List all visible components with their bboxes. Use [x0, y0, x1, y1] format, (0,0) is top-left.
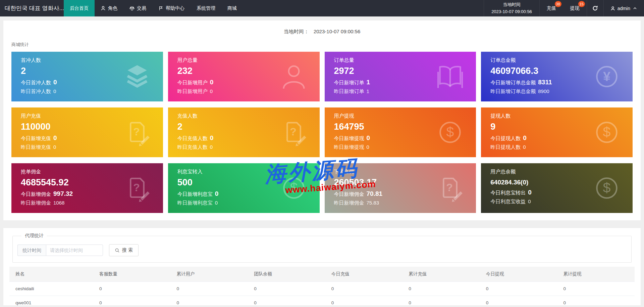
stat-line-value: 997.32	[53, 190, 73, 197]
stat-line-value: 0	[523, 134, 527, 141]
section-title: 商城统计	[11, 42, 633, 48]
withdraw-button[interactable]: 提现 15	[563, 0, 587, 16]
agent-panel: 代理统计 统计时间 搜 索 姓名客服数量累计用户团队余额今日充值累计充值今日提现…	[3, 228, 641, 305]
agent-table-wrap: 姓名客服数量累计用户团队余额今日充值累计充值今日提现累计提现 ceshidail…	[9, 267, 635, 307]
table-cell: ceshidaili	[9, 282, 93, 296]
search-button[interactable]: 搜 索	[109, 244, 139, 256]
search-button-label: 搜 索	[122, 247, 133, 253]
column-header: 姓名	[9, 267, 93, 282]
refresh-button[interactable]	[587, 0, 603, 16]
stat-line-value: 0	[528, 189, 532, 196]
time-filter-label: 统计时间	[17, 245, 46, 256]
stat-line-label: 昨日首冲人数	[21, 88, 51, 94]
user-icon	[279, 62, 308, 91]
stat-line-value: 0	[210, 88, 213, 94]
stat-line-label: 昨日新增提现	[334, 144, 364, 150]
local-time-block: 当地时间 2023-10-07 09:00:56	[484, 0, 540, 16]
doc-question-icon	[123, 174, 152, 203]
stat-line-value: 8900	[538, 88, 549, 94]
stat-line-value: 1068	[53, 200, 64, 206]
stat-card: 提现人数 9 今日提现人数0 昨日提现人数0	[481, 107, 633, 157]
stats-panel: 当地时间： 2023-10-07 09:00:56 商城统计 首冲人数 2 今日…	[3, 20, 641, 220]
stat-card: 首冲人数 2 今日首冲人数0 昨日首冲人数0	[11, 52, 163, 101]
agent-legend: 代理统计	[21, 233, 47, 239]
local-time-value: 2023-10-07 09:00:56	[491, 8, 532, 15]
doc-question-icon	[279, 118, 308, 147]
stat-line-value: 0	[210, 79, 214, 86]
recharge-button[interactable]: 充值 38	[540, 0, 563, 16]
table-cell: 0	[171, 282, 248, 296]
table-cell: 0	[557, 296, 635, 307]
agent-table-header-row: 姓名客服数量累计用户团队余额今日充值累计充值今日提现累计提现	[9, 267, 635, 282]
stat-line-label: 昨日新增佣金	[334, 200, 364, 206]
menu-item-label: 后台首页	[70, 5, 89, 11]
table-cell: 0	[93, 282, 171, 296]
user-icon	[101, 6, 106, 11]
table-cell: 0	[402, 282, 480, 296]
stat-card: 订单总量 2972 今日新增订单1 昨日新增订单1	[325, 52, 476, 101]
stat-line-label: 今日提现人数	[490, 135, 521, 141]
agent-table-body: ceshidaili0000000qwe0010000000	[9, 282, 635, 307]
stat-line-value: 0	[215, 190, 219, 197]
stat-line-label: 昨日充值人数	[177, 144, 208, 150]
doc-question-icon	[436, 174, 465, 203]
stat-card: 用户充值 110000 今日新增充值0 昨日新增充值0	[11, 107, 163, 157]
stat-card: 利息宝转入 500 今日新增利息宝0 昨日新增利息宝0	[168, 163, 320, 213]
doc-question-icon	[123, 118, 152, 147]
stat-line-label: 昨日提现人数	[490, 144, 521, 150]
stat-line-label: 今日新增利息宝	[177, 191, 213, 197]
stat-line-label: 昨日新增利息宝	[177, 200, 213, 206]
stat-line-value: 0	[210, 134, 214, 141]
stat-line-value: 0	[215, 200, 218, 206]
flag-icon	[158, 6, 163, 11]
table-row: qwe0010000000	[9, 296, 635, 307]
table-cell: 0	[171, 296, 248, 307]
stat-line-label: 今日新增订单总金额	[490, 80, 536, 85]
table-cell: 0	[325, 282, 403, 296]
stat-line-label: 今日新增用户	[177, 80, 208, 85]
scales-icon	[129, 6, 135, 11]
agent-filter-row: 统计时间 搜 索	[17, 244, 631, 256]
time-filter-input[interactable]	[46, 245, 103, 256]
user-menu[interactable]: admin	[603, 0, 644, 16]
menu-item-help-center[interactable]: 帮助中心	[152, 0, 191, 16]
stat-line-value: 0	[53, 134, 57, 141]
menu-item-mall[interactable]: 商城	[221, 0, 243, 16]
stat-line-label: 今日首冲人数	[21, 80, 51, 85]
menu-item-label: 商城	[227, 5, 237, 11]
yen-circle-icon	[592, 62, 621, 91]
stat-card: 下级返佣 260503.17 今日新增佣金70.81 昨日新增佣金75.83	[325, 163, 476, 213]
column-header: 累计用户	[171, 267, 248, 282]
menu-item-system[interactable]: 系统管理	[191, 0, 221, 16]
menu-item-trade[interactable]: 交易	[123, 0, 152, 16]
stat-line-value: 0	[53, 88, 56, 94]
stat-line-label: 今日利息宝收益	[490, 199, 526, 204]
menu-item-roles[interactable]: 角色	[95, 0, 123, 16]
stat-line-label: 昨日新增佣金	[21, 200, 51, 206]
withdraw-badge: 15	[578, 1, 585, 7]
column-header: 客服数量	[93, 267, 171, 282]
chevron-up-icon	[633, 6, 637, 11]
username: admin	[618, 6, 630, 11]
brand-title[interactable]: 대한민국 대표 영화사...	[0, 0, 64, 16]
stat-line-value: 1	[367, 88, 369, 94]
topbar-right: 当地时间 2023-10-07 09:00:56 充值 38 提现 15 adm…	[484, 0, 644, 16]
agent-fieldset: 代理统计 统计时间 搜 索	[12, 233, 632, 263]
panel-time-label: 当地时间：	[284, 29, 309, 34]
stat-card: 用户总余额 640284.36(0) 今日利息宝转出0 今日利息宝收益0	[481, 163, 633, 213]
stat-line-label: 今日新增佣金	[334, 191, 364, 197]
dollar-circle-icon	[436, 118, 465, 147]
stat-line-label: 昨日新增用户	[177, 88, 208, 94]
menu-item-label: 角色	[108, 5, 117, 11]
table-cell: 0	[93, 296, 171, 307]
menu-item-dashboard[interactable]: 后台首页	[64, 0, 95, 16]
stat-line-value: 0	[523, 144, 526, 150]
column-header: 今日充值	[325, 267, 403, 282]
dollar-circle-icon	[592, 118, 621, 147]
table-cell: 0	[248, 282, 325, 296]
stat-line-value: 0	[367, 144, 369, 150]
dollar-circle-icon	[592, 174, 621, 203]
stat-card: 抢单佣金 4685545.92 今日新增佣金997.32 昨日新增佣金1068	[11, 163, 163, 213]
refresh-icon	[592, 5, 598, 11]
agent-table: 姓名客服数量累计用户团队余额今日充值累计充值今日提现累计提现 ceshidail…	[9, 267, 635, 307]
